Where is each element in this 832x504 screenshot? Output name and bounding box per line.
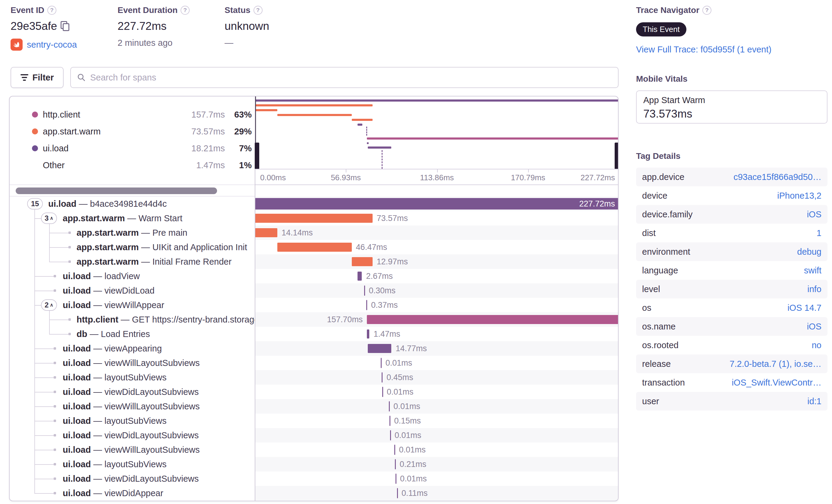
span-duration-bar[interactable] bbox=[390, 430, 391, 441]
span-bar-row[interactable]: 0.11ms bbox=[255, 486, 619, 500]
tag-value-link[interactable]: no bbox=[812, 340, 822, 350]
legend-item[interactable]: app.start.warm73.57ms29% bbox=[10, 123, 255, 140]
tag-value-link[interactable]: iOS bbox=[807, 322, 822, 331]
span-bar-row[interactable]: 0.21ms bbox=[255, 457, 619, 472]
span-tree-row[interactable]: ui.load — loadView bbox=[10, 269, 255, 283]
span-tree-row[interactable]: 3∧app.start.warm — Warm Start bbox=[10, 211, 255, 226]
span-tree-row[interactable]: http.client — GET https://sentry-brand.s… bbox=[10, 312, 255, 327]
tree-connector-dot bbox=[54, 420, 56, 422]
span-tree-row[interactable]: app.start.warm — Initial Frame Render bbox=[10, 255, 255, 269]
span-children-toggle[interactable]: 15 bbox=[27, 198, 43, 210]
window-grip-right[interactable] bbox=[615, 142, 619, 169]
span-children-toggle[interactable]: 2∧ bbox=[41, 299, 57, 311]
span-bar-row[interactable]: 0.45ms bbox=[255, 370, 619, 384]
span-bar-row[interactable]: 0.01ms bbox=[255, 428, 619, 443]
span-bar-row[interactable]: 14.14ms bbox=[255, 226, 619, 240]
copy-icon[interactable] bbox=[60, 21, 70, 31]
tag-value-link[interactable]: id:1 bbox=[807, 396, 822, 406]
tag-value-link[interactable]: info bbox=[807, 284, 822, 294]
window-grip-left[interactable] bbox=[255, 142, 259, 169]
tag-value-link[interactable]: iOS 14.7 bbox=[787, 303, 822, 313]
span-duration-bar[interactable] bbox=[358, 272, 362, 281]
scrollbar-thumb[interactable] bbox=[16, 187, 217, 194]
view-full-trace-link[interactable]: View Full Trace: f05d955f (1 event) bbox=[636, 45, 772, 55]
span-tree-row[interactable]: app.start.warm — Pre main bbox=[10, 226, 255, 240]
span-duration-bar[interactable] bbox=[352, 257, 372, 266]
project-link[interactable]: sentry-cocoa bbox=[27, 40, 77, 50]
help-icon[interactable]: ? bbox=[181, 6, 190, 15]
span-duration-bar[interactable] bbox=[367, 329, 369, 339]
span-bar-row[interactable]: 0.01ms bbox=[255, 443, 619, 457]
event-duration-value: 227.72ms bbox=[118, 20, 167, 32]
span-duration-bar[interactable] bbox=[389, 416, 390, 426]
span-duration-bar[interactable]: 227.72ms bbox=[255, 198, 619, 210]
span-children-toggle[interactable]: 3∧ bbox=[41, 213, 57, 224]
span-tree-row[interactable]: ui.load — viewWillLayoutSubviews bbox=[10, 356, 255, 370]
span-bar-row[interactable]: 0.01ms bbox=[255, 384, 619, 399]
span-bar-row[interactable]: 0.01ms bbox=[255, 472, 619, 486]
span-tree-row[interactable]: ui.load — viewDidLayoutSubviews bbox=[10, 428, 255, 443]
span-bar-row[interactable]: 14.77ms bbox=[255, 341, 619, 356]
tag-value-link[interactable]: 1 bbox=[816, 228, 822, 238]
span-duration-bar[interactable] bbox=[394, 445, 395, 455]
span-duration-bar[interactable] bbox=[255, 228, 277, 237]
span-duration-bar[interactable] bbox=[367, 315, 618, 324]
legend-item[interactable]: ui.load18.21ms7% bbox=[10, 140, 255, 157]
span-bar-row[interactable]: 46.47ms bbox=[255, 240, 619, 255]
tag-value-link[interactable]: 7.2.0-beta.7 (1), io.se… bbox=[729, 359, 822, 369]
span-bar-row[interactable]: 0.37ms bbox=[255, 298, 619, 312]
span-duration-bar[interactable] bbox=[389, 401, 390, 412]
span-duration-bar[interactable] bbox=[366, 300, 367, 310]
span-bar-row[interactable]: 12.97ms bbox=[255, 255, 619, 269]
span-duration-bar[interactable] bbox=[395, 474, 396, 484]
span-bar-row[interactable]: 227.72ms bbox=[255, 196, 619, 211]
search-input[interactable] bbox=[90, 73, 612, 83]
span-bar-row[interactable]: 73.57ms bbox=[255, 211, 619, 226]
span-duration-bar[interactable] bbox=[255, 214, 372, 223]
tag-value-link[interactable]: iOS_Swift.ViewContr… bbox=[732, 378, 822, 388]
span-tree-row[interactable]: ui.load — viewDidLayoutSubviews bbox=[10, 384, 255, 399]
span-duration-bar[interactable] bbox=[397, 488, 398, 498]
span-duration-bar[interactable] bbox=[395, 459, 396, 469]
span-duration-bar[interactable] bbox=[381, 358, 382, 368]
legend-item[interactable]: Other1.47ms1% bbox=[10, 157, 255, 174]
help-icon[interactable]: ? bbox=[47, 6, 56, 15]
span-tree-row[interactable]: ui.load — layoutSubViews bbox=[10, 457, 255, 472]
span-tree-row[interactable]: ui.load — viewDidLayoutSubviews bbox=[10, 472, 255, 486]
span-bar-row[interactable]: 0.01ms bbox=[255, 399, 619, 414]
help-icon[interactable]: ? bbox=[702, 6, 711, 15]
tag-value-link[interactable]: debug bbox=[797, 247, 822, 257]
span-bar-row[interactable]: 2.67ms bbox=[255, 269, 619, 283]
span-tree-row[interactable]: db — Load Entries bbox=[10, 327, 255, 341]
span-tree-row[interactable]: ui.load — viewWillLayoutSubviews bbox=[10, 399, 255, 414]
tag-value-link[interactable]: iOS bbox=[807, 210, 822, 219]
tag-value-link[interactable]: c93ace15f866a9d50… bbox=[733, 172, 822, 182]
span-bar-row[interactable]: 0.15ms bbox=[255, 414, 619, 428]
span-bar-row[interactable]: 0.01ms bbox=[255, 356, 619, 370]
span-tree-row[interactable]: app.start.warm — UIKit and Application I… bbox=[10, 240, 255, 255]
span-duration-bar[interactable] bbox=[382, 387, 383, 397]
span-tree-row[interactable]: ui.load — viewAppearing bbox=[10, 341, 255, 356]
span-bar-row[interactable]: 157.70ms bbox=[255, 312, 619, 327]
window-edge-right[interactable] bbox=[618, 97, 619, 169]
tag-value-link[interactable]: iPhone13,2 bbox=[777, 191, 822, 201]
span-tree-row[interactable]: 2∧ui.load — viewWillAppear bbox=[10, 298, 255, 312]
tag-value-link[interactable]: swift bbox=[804, 266, 822, 275]
span-label: ui.load — layoutSubViews bbox=[63, 416, 166, 426]
span-tree-row[interactable]: ui.load — viewDidAppear bbox=[10, 486, 255, 500]
span-duration-bar[interactable] bbox=[368, 344, 392, 353]
span-duration-bar[interactable] bbox=[364, 286, 365, 296]
help-icon[interactable]: ? bbox=[254, 6, 263, 15]
trace-minimap[interactable] bbox=[255, 97, 619, 169]
span-duration-bar[interactable] bbox=[382, 372, 383, 382]
span-tree-row[interactable]: ui.load — viewWillLayoutSubviews bbox=[10, 443, 255, 457]
legend-item[interactable]: http.client157.7ms63% bbox=[10, 106, 255, 123]
filter-button[interactable]: Filter bbox=[10, 67, 63, 88]
span-tree-row[interactable]: ui.load — viewDidLoad bbox=[10, 283, 255, 298]
span-tree-row[interactable]: ui.load — layoutSubViews bbox=[10, 414, 255, 428]
span-bar-row[interactable]: 0.30ms bbox=[255, 283, 619, 298]
span-tree-row[interactable]: ui.load — layoutSubViews bbox=[10, 370, 255, 384]
span-bar-row[interactable]: 1.47ms bbox=[255, 327, 619, 341]
span-duration-bar[interactable] bbox=[277, 243, 352, 252]
span-tree-row[interactable]: 15ui.load — b4ace34981e44d4c bbox=[10, 196, 255, 211]
